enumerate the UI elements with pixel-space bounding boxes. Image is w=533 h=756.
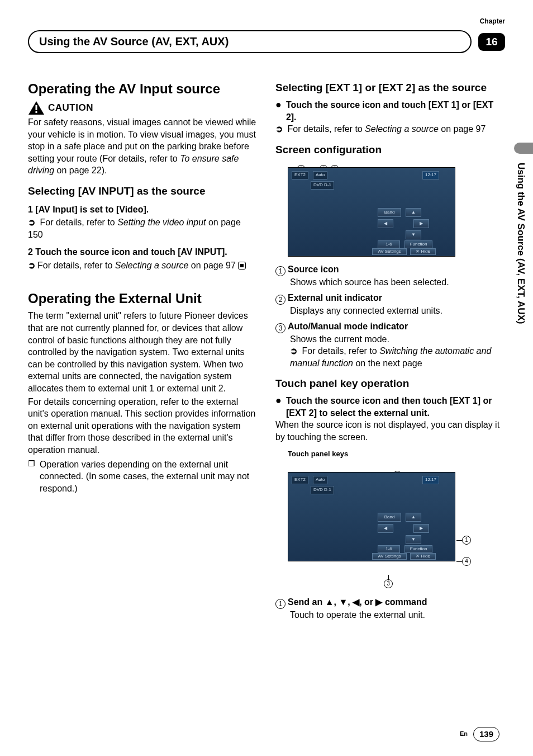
config-3-desc: Shows the current mode. — [290, 333, 505, 346]
cmd-num-1: 1 — [275, 599, 285, 609]
heading-selecting-av-input: Selecting [AV INPUT] as the source — [28, 185, 258, 198]
config-2-title: External unit indicator — [288, 293, 382, 303]
heading-operating-av-input: Operating the AV Input source — [28, 81, 258, 97]
footer-page-number: 139 — [473, 727, 499, 741]
external-unit-body-2: For details concerning operation, refer … — [28, 396, 258, 456]
heading-screen-configuration: Screen configuration — [275, 143, 505, 157]
heading-touch-panel-key: Touch panel key operation — [275, 377, 505, 390]
cmd-1-title: Send an ▲, ▼, ◀, or ▶ command — [288, 597, 427, 607]
heading-selecting-ext: Selecting [EXT 1] or [EXT 2] as the sour… — [275, 81, 505, 94]
tp-bullet: Touch the source icon and then touch [EX… — [286, 395, 505, 419]
step-1-ref: For details, refer to Setting the video … — [28, 216, 258, 240]
config-num-1: 1 — [275, 266, 285, 276]
tpk-heading: Touch panel keys — [288, 449, 505, 459]
side-tab-title: Using the AV Source (AV, EXT, AUX) — [514, 160, 527, 345]
caution-label: CAUTION — [48, 102, 93, 115]
callout-1b: 1 — [462, 536, 471, 545]
heading-operating-external-unit: Operating the External Unit — [28, 291, 258, 307]
cmd-1-desc: Touch to operate the external unit. — [290, 609, 505, 621]
config-3-ref: For details, refer to Switching the auto… — [290, 345, 505, 369]
config-2-desc: Displays any connected external units. — [290, 305, 505, 317]
screen-config-mock: EXT2 Auto 12:17 DVD D-1 Band ▲ ◀ ▶ ▼ 1-6… — [288, 167, 455, 257]
chapter-number-badge: 16 — [478, 33, 505, 51]
step-2-ref: For details, refer to Selecting a source… — [28, 259, 258, 272]
config-1-desc: Shows which source has been selected. — [290, 276, 505, 289]
step-1: 1 [AV Input] is set to [Video]. — [28, 204, 258, 216]
callout-4b: 4 — [462, 557, 471, 566]
ext-step: Touch the source icon and touch [EXT 1] … — [286, 99, 505, 123]
caution-body: For safety reasons, visual images cannot… — [28, 116, 258, 177]
svg-rect-1 — [36, 105, 37, 110]
external-unit-note: Operation varies depending on the extern… — [40, 459, 258, 495]
side-tab-marker — [514, 143, 533, 154]
tp-body: When the source icon is not displayed, y… — [275, 419, 505, 443]
config-1-title: Source icon — [288, 264, 339, 274]
footer-lang: En — [460, 730, 468, 738]
svg-rect-2 — [36, 111, 37, 113]
touch-panel-mock: EXT2 Auto 12:17 DVD D-1 Band ▲ ◀ ▶ ▼ 1-6… — [288, 472, 455, 561]
callout-3b: 3 — [384, 579, 393, 588]
caution-icon — [28, 101, 45, 115]
section-title: Using the AV Source (AV, EXT, AUX) — [28, 30, 472, 53]
step-2: 2 Touch the source icon and touch [AV IN… — [28, 246, 258, 258]
external-unit-body-1: The term "external unit" refers to futur… — [28, 310, 258, 394]
note-bullet-icon: ❐ — [28, 459, 35, 495]
bullet-icon: ● — [275, 99, 282, 123]
bullet-icon: ● — [275, 395, 282, 419]
config-num-2: 2 — [275, 295, 285, 305]
ext-step-ref: For details, refer to Selecting a source… — [275, 123, 505, 135]
config-3-title: Auto/Manual mode indicator — [288, 322, 408, 331]
section-end-icon — [238, 262, 246, 270]
chapter-label: Chapter — [28, 17, 505, 26]
config-num-3: 3 — [275, 323, 285, 333]
